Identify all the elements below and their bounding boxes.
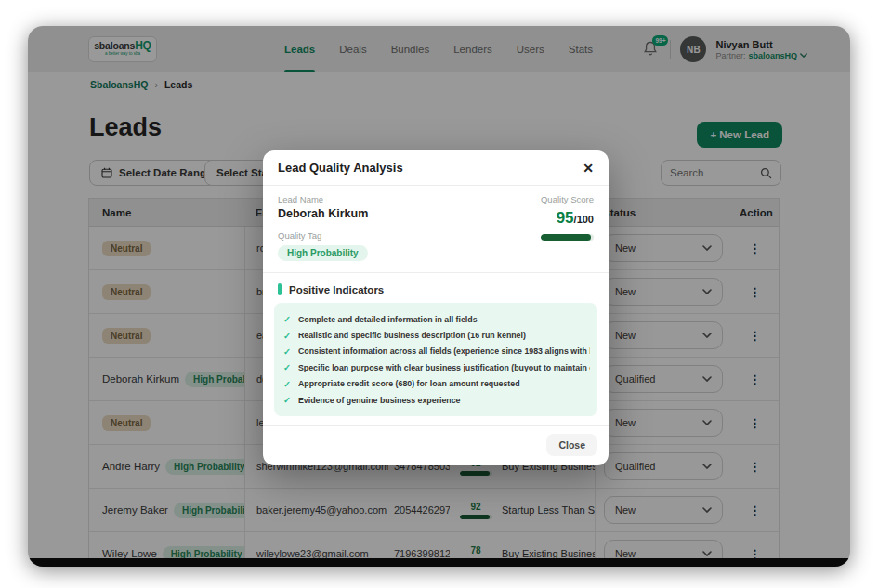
check-icon: ✓ — [283, 362, 291, 372]
lead-quality-modal: Lead Quality Analysis ✕ Lead Name Debora… — [263, 150, 609, 465]
indicator-text: Realistic and specific business descript… — [298, 331, 526, 340]
indicator-text: Consistent information across all fields… — [298, 346, 590, 356]
indicator-text: Specific loan purpose with clear busines… — [298, 363, 590, 372]
check-icon: ✓ — [283, 331, 291, 341]
indicator-item: ✓Consistent information across all field… — [282, 344, 590, 359]
close-icon[interactable]: ✕ — [583, 161, 594, 176]
quality-score-max: /100 — [574, 214, 594, 225]
positive-indicators-list: ✓Complete and detailed information in al… — [274, 303, 597, 416]
modal-body: Lead Name Deborah Kirkum Quality Score 9… — [263, 186, 609, 416]
modal-footer: Close — [263, 425, 609, 465]
accent-bar — [278, 283, 282, 295]
check-icon: ✓ — [283, 395, 291, 405]
quality-score-block: Quality Score 95/100 — [541, 194, 594, 241]
modal-header: Lead Quality Analysis ✕ — [263, 150, 609, 186]
positive-indicators-title: Positive Indicators — [289, 284, 384, 295]
indicator-text: Evidence of genuine business experience — [298, 396, 461, 405]
check-icon: ✓ — [283, 346, 291, 357]
positive-indicators-header: Positive Indicators — [278, 283, 594, 295]
indicator-item: ✓Complete and detailed information in al… — [282, 311, 590, 327]
quality-score-value: 95 — [557, 209, 574, 227]
indicator-text: Complete and detailed information in all… — [298, 315, 478, 324]
indicator-item: ✓Realistic and specific business descrip… — [282, 327, 590, 343]
quality-tag-badge: High Probability — [278, 245, 368, 261]
quality-score-bar — [541, 234, 594, 241]
indicator-item: ✓Evidence of genuine business experience — [282, 392, 590, 408]
divider — [263, 272, 609, 273]
quality-score-label: Quality Score — [541, 194, 594, 204]
indicator-item: ✓Appropriate credit score (680) for loan… — [282, 376, 590, 392]
check-icon: ✓ — [283, 379, 291, 389]
close-button[interactable]: Close — [546, 434, 597, 456]
indicator-item: ✓Specific loan purpose with clear busine… — [282, 359, 590, 375]
modal-title: Lead Quality Analysis — [278, 161, 403, 175]
indicator-text: Appropriate credit score (680) for loan … — [298, 379, 520, 388]
check-icon: ✓ — [283, 314, 291, 324]
